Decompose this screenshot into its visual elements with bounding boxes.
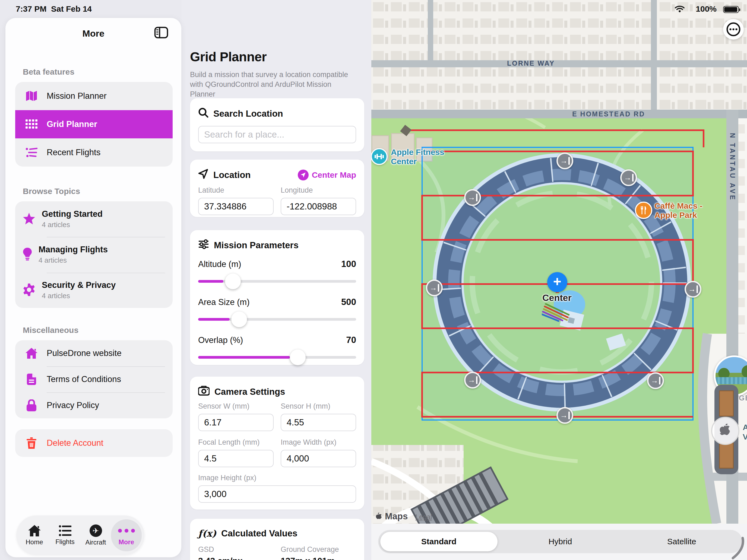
tab-label: Aircraft <box>85 539 106 546</box>
link-label: PulseDrone website <box>47 348 122 358</box>
tab-aircraft[interactable]: ✈ Aircraft <box>80 519 111 551</box>
sidebar-item-grid-planner[interactable]: Grid Planner <box>15 110 173 138</box>
latitude-field[interactable]: 37.334886 <box>198 198 274 215</box>
area-size-label: Area Size (m) <box>198 297 250 307</box>
beta-features-group: Mission Planner Grid Planner Recent Fl <box>15 82 173 167</box>
ellipsis-circle-icon <box>726 22 741 37</box>
sidebar-toggle-icon[interactable] <box>154 27 168 39</box>
ring-entrance-marker[interactable]: → <box>557 407 573 424</box>
ring-entrance-marker[interactable]: → <box>426 279 443 296</box>
mission-parameters-card: Mission Parameters Altitude (m) 100 Area… <box>190 230 364 365</box>
link-label: Terms of Conditions <box>47 374 121 384</box>
sliders-icon <box>198 239 209 251</box>
overlap-value: 70 <box>346 335 356 345</box>
aircraft-tab-icon: ✈ <box>89 525 102 537</box>
clock: 7:37 PM <box>16 4 46 14</box>
fitness-poi-icon[interactable] <box>371 148 388 165</box>
status-bar: 7:37 PM Sat Feb 14 100% <box>0 0 747 17</box>
topic-subtitle: 4 articles <box>38 256 108 265</box>
search-placeholder: Search for a place... <box>204 129 284 140</box>
focal-length-field[interactable]: 4.5 <box>198 450 274 467</box>
tab-label: More <box>119 538 134 546</box>
fitness-poi-label[interactable]: Apple FitnessCenter <box>391 148 444 166</box>
map-type-segmented-control: Standard Hybrid Satellite <box>378 530 742 553</box>
link-pulsedrone-website[interactable]: PulseDrone website <box>15 340 173 366</box>
altitude-value: 100 <box>341 259 356 269</box>
gsd-label: GSD <box>198 545 274 554</box>
image-height-label: Image Height (px) <box>198 474 356 482</box>
segment-standard[interactable]: Standard <box>378 530 499 553</box>
delete-account-button[interactable]: Delete Account <box>15 429 173 457</box>
ring-entrance-marker[interactable]: → <box>620 169 637 186</box>
grid-icon <box>23 119 40 129</box>
page-title: Grid Planner <box>190 49 266 64</box>
visitor-poi-label: ApVis <box>743 423 747 442</box>
segment-hybrid[interactable]: Hybrid <box>499 530 621 553</box>
rainbow-stage-glyph <box>542 303 580 322</box>
tab-flights[interactable]: Flights <box>50 519 80 551</box>
caffe-poi-icon[interactable] <box>635 202 652 219</box>
ring-entrance-marker[interactable]: → <box>464 189 481 206</box>
sensor-w-field[interactable]: 6.17 <box>198 414 274 431</box>
sidebar-item-recent-flights[interactable]: Recent Flights <box>15 138 173 167</box>
legal-link[interactable]: Legal <box>415 513 432 521</box>
link-privacy[interactable]: Privacy Policy <box>15 392 173 418</box>
ring-entrance-marker[interactable]: → <box>557 153 573 169</box>
map-canvas[interactable]: LORNE WAY E HOMESTEAD RD N TANTAU AVE Ap… <box>371 0 747 524</box>
wifi-icon <box>675 5 685 14</box>
map-icon <box>23 90 40 102</box>
image-height-field[interactable]: 3,000 <box>198 485 356 503</box>
ring-entrance-marker[interactable]: → <box>464 372 481 389</box>
page-description: Build a mission that survey a location c… <box>190 70 357 99</box>
sidebar-item-label: Grid Planner <box>47 119 97 129</box>
sensor-h-field[interactable]: 4.55 <box>281 414 356 431</box>
tab-bar: Home Flights ✈ Aircraft More <box>16 515 145 555</box>
segment-satellite[interactable]: Satellite <box>621 530 742 553</box>
topic-getting-started[interactable]: Getting Started 4 articles <box>15 201 173 237</box>
overlap-label: Overlap (%) <box>198 335 243 345</box>
topic-title: Getting Started <box>42 209 103 219</box>
lock-icon <box>23 399 40 411</box>
ring-entrance-marker[interactable]: → <box>685 281 701 298</box>
image-width-field[interactable]: 4,000 <box>281 450 356 467</box>
apple-visitor-poi-icon[interactable] <box>711 417 739 445</box>
center-marker[interactable]: + <box>547 272 567 292</box>
area-size-slider[interactable] <box>198 312 356 327</box>
tab-more[interactable]: More <box>111 519 142 551</box>
map-panel[interactable]: LORNE WAY E HOMESTEAD RD N TANTAU AVE Ap… <box>371 0 747 560</box>
more-tab-icon <box>118 525 135 537</box>
map-options-button[interactable] <box>723 19 744 39</box>
topic-managing-flights[interactable]: Managing Flights 4 articles <box>15 237 173 272</box>
altitude-slider[interactable] <box>198 273 356 289</box>
ring-entrance-marker[interactable]: → <box>647 372 664 389</box>
browse-topics-group: Getting Started 4 articles Managing Flig… <box>15 201 173 308</box>
lightbulb-icon <box>23 248 32 262</box>
gear-icon <box>23 284 35 297</box>
topic-subtitle: 4 articles <box>42 220 103 229</box>
focal-length-label: Focal Length (mm) <box>198 438 274 447</box>
calculated-values-card: ƒ(x) Calculated Values GSD 3.43 cm/px Gr… <box>190 519 364 560</box>
location-arrow-icon <box>198 169 208 181</box>
sidebar: More Beta features Mission Planner <box>5 18 181 557</box>
apple-logo-icon <box>719 424 731 438</box>
delete-account-group: Delete Account <box>15 429 173 457</box>
topic-subtitle: 4 articles <box>42 292 115 300</box>
area-size-value: 500 <box>341 297 356 307</box>
center-map-button[interactable]: Center Map <box>298 169 356 181</box>
caffe-poi-label[interactable]: Caffè Macs -Apple Park <box>654 201 702 219</box>
topic-security-privacy[interactable]: Security & Privacy 4 articles <box>15 272 173 308</box>
overlap-slider[interactable] <box>198 349 356 365</box>
home-tab-icon <box>28 525 41 537</box>
link-terms[interactable]: Terms of Conditions <box>15 366 173 392</box>
longitude-field[interactable]: -122.008988 <box>281 198 356 215</box>
sidebar-item-mission-planner[interactable]: Mission Planner <box>15 82 173 110</box>
battery-percent: 100% <box>696 4 717 14</box>
tab-label: Flights <box>55 538 75 545</box>
sensor-h-label: Sensor H (mm) <box>281 402 356 410</box>
ground-coverage-value: 137m x 101m <box>281 556 356 560</box>
tab-home[interactable]: Home <box>19 519 50 551</box>
delete-account-label: Delete Account <box>47 438 103 448</box>
overlap-group: Overlap (%) 70 <box>190 327 364 365</box>
search-input[interactable]: Search for a place... <box>198 126 356 143</box>
trash-icon <box>23 437 40 449</box>
